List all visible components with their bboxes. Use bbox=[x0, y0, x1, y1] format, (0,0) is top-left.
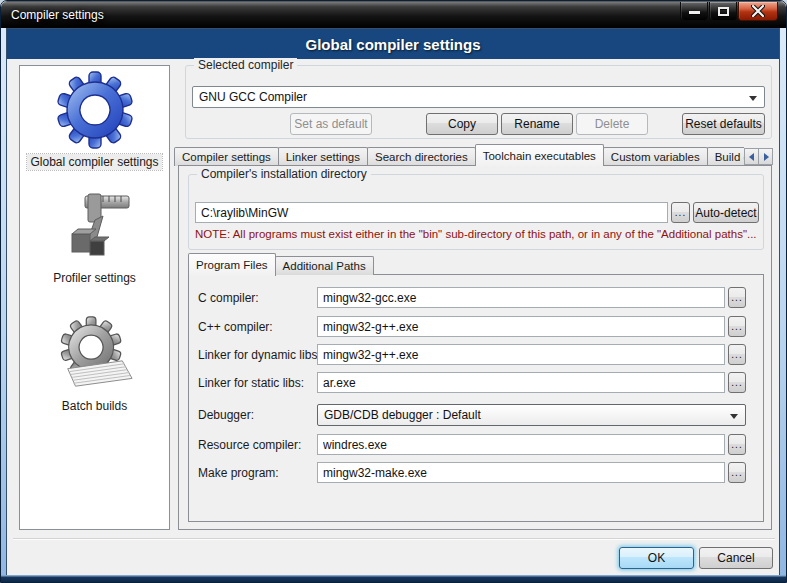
tab-search-directories[interactable]: Search directories bbox=[367, 147, 476, 166]
chevron-down-icon bbox=[730, 414, 738, 419]
copy-button[interactable]: Copy bbox=[426, 113, 498, 135]
ok-button[interactable]: OK bbox=[619, 547, 694, 569]
cpp-compiler-input[interactable] bbox=[317, 316, 725, 337]
subtab-additional-paths[interactable]: Additional Paths bbox=[275, 256, 374, 275]
tab-scroll-left-button[interactable] bbox=[744, 148, 759, 165]
sidebar-item-label: Batch builds bbox=[59, 398, 130, 414]
bin-subdirectory-note: NOTE: All programs must exist either in … bbox=[195, 228, 757, 240]
resource-compiler-browse-button[interactable]: ... bbox=[728, 434, 746, 455]
make-program-input[interactable] bbox=[317, 462, 725, 483]
c-compiler-label: C compiler: bbox=[198, 291, 259, 305]
close-button[interactable] bbox=[738, 2, 778, 21]
selected-compiler-group-label: Selected compiler bbox=[194, 58, 297, 72]
minimize-icon bbox=[689, 11, 700, 14]
window-frame-bottom bbox=[1, 575, 786, 582]
sidebar-item-profiler-settings[interactable]: Profiler settings bbox=[20, 186, 169, 286]
window-title: Compiler settings bbox=[11, 8, 104, 22]
linker-static-input[interactable] bbox=[317, 372, 725, 393]
arrow-right-icon bbox=[764, 153, 769, 161]
tab-compiler-settings[interactable]: Compiler settings bbox=[174, 147, 279, 166]
linker-dynamic-browse-button[interactable]: ... bbox=[728, 344, 746, 365]
close-icon bbox=[751, 5, 765, 17]
settings-tabstrip: Compiler settings Linker settings Search… bbox=[174, 143, 744, 166]
sidebar-item-label: Global compiler settings bbox=[27, 154, 161, 170]
sidebar-item-global-compiler-settings[interactable]: Global compiler settings bbox=[20, 70, 169, 170]
minimize-button[interactable] bbox=[680, 2, 708, 21]
cpp-compiler-browse-button[interactable]: ... bbox=[728, 316, 746, 337]
tab-scroll-right-button[interactable] bbox=[758, 148, 773, 165]
cpp-compiler-label: C++ compiler: bbox=[198, 320, 273, 334]
dialog-body: Global compiler settings bbox=[6, 28, 780, 577]
sidebar-item-batch-builds[interactable]: Batch builds bbox=[20, 316, 169, 414]
compiler-settings-window: Compiler settings Global compiler settin… bbox=[0, 0, 787, 583]
subtab-program-files[interactable]: Program Files bbox=[188, 253, 276, 276]
browse-directory-button[interactable]: ... bbox=[671, 202, 690, 223]
rename-button[interactable]: Rename bbox=[501, 113, 573, 135]
gray-gear-stack-icon bbox=[56, 316, 134, 394]
window-controls bbox=[679, 2, 778, 21]
program-files-panel bbox=[188, 274, 764, 522]
c-compiler-browse-button[interactable]: ... bbox=[728, 287, 746, 308]
debugger-select[interactable]: GDB/CDB debugger : Default bbox=[317, 404, 746, 426]
page-title: Global compiler settings bbox=[305, 36, 480, 53]
caliper-icon bbox=[55, 186, 135, 266]
compiler-select[interactable]: GNU GCC Compiler bbox=[192, 86, 765, 108]
linker-dynamic-input[interactable] bbox=[317, 344, 725, 365]
resource-compiler-input[interactable] bbox=[317, 434, 725, 455]
debugger-select-value: GDB/CDB debugger : Default bbox=[324, 408, 481, 422]
linker-dynamic-label: Linker for dynamic libs: bbox=[198, 348, 321, 362]
installation-directory-input[interactable] bbox=[195, 202, 668, 223]
maximize-button[interactable] bbox=[709, 2, 737, 21]
compiler-select-value: GNU GCC Compiler bbox=[199, 90, 307, 104]
page-header: Global compiler settings bbox=[7, 29, 779, 59]
titlebar[interactable]: Compiler settings bbox=[1, 1, 786, 28]
tab-build-options[interactable]: Build options bbox=[707, 147, 744, 166]
linker-static-label: Linker for static libs: bbox=[198, 376, 304, 390]
linker-static-browse-button[interactable]: ... bbox=[728, 372, 746, 393]
tab-custom-variables[interactable]: Custom variables bbox=[603, 147, 708, 166]
chevron-down-icon bbox=[749, 96, 757, 101]
installation-directory-group-label: Compiler's installation directory bbox=[197, 167, 371, 181]
c-compiler-input[interactable] bbox=[317, 287, 725, 308]
debugger-label: Debugger: bbox=[198, 408, 254, 422]
maximize-icon bbox=[718, 7, 729, 16]
make-program-label: Make program: bbox=[198, 466, 279, 480]
settings-category-sidebar: Global compiler settings bbox=[19, 65, 170, 530]
arrow-left-icon bbox=[749, 153, 754, 161]
reset-defaults-button[interactable]: Reset defaults bbox=[682, 113, 765, 135]
auto-detect-button[interactable]: Auto-detect bbox=[693, 202, 759, 223]
blue-gear-icon bbox=[55, 70, 135, 150]
tab-linker-settings[interactable]: Linker settings bbox=[278, 147, 368, 166]
delete-button[interactable]: Delete bbox=[576, 113, 648, 135]
make-program-browse-button[interactable]: ... bbox=[728, 462, 746, 483]
cancel-button[interactable]: Cancel bbox=[699, 547, 773, 569]
resource-compiler-label: Resource compiler: bbox=[198, 438, 301, 452]
set-as-default-button[interactable]: Set as default bbox=[290, 113, 372, 135]
footer-separator bbox=[13, 538, 775, 540]
sidebar-item-label: Profiler settings bbox=[50, 270, 139, 286]
tab-toolchain-executables[interactable]: Toolchain executables bbox=[475, 144, 604, 166]
program-files-tabstrip: Program Files Additional Paths bbox=[188, 252, 374, 275]
